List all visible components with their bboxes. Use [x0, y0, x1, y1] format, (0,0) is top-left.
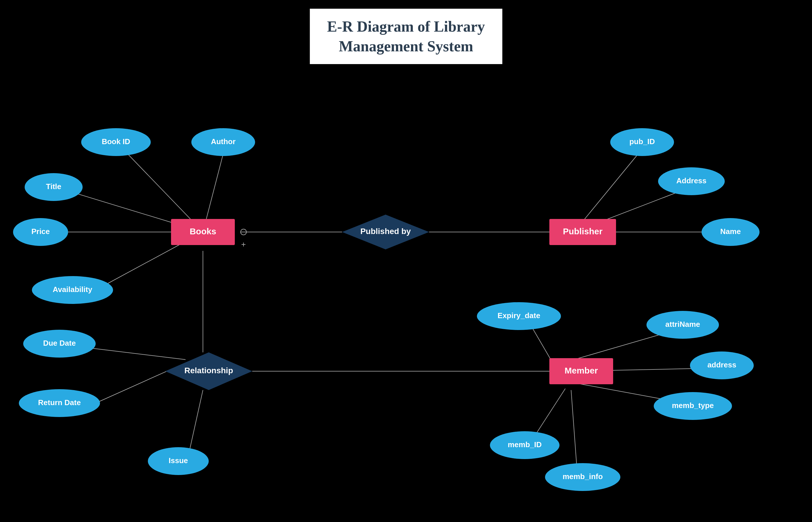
attribute-author-label: Author — [211, 137, 235, 146]
attribute-title-label: Title — [46, 182, 61, 191]
svg-line-16 — [90, 348, 186, 360]
attribute-return-date-label: Return Date — [38, 398, 81, 407]
attribute-pub-id-label: pub_ID — [629, 137, 655, 146]
attribute-availability-label: Availability — [53, 285, 92, 294]
attribute-price-label: Price — [31, 227, 50, 236]
entity-member-label: Member — [564, 366, 598, 375]
relationship-diamond-label: Relationship — [184, 366, 233, 375]
attribute-due-date-label: Due Date — [43, 339, 76, 347]
svg-line-23 — [534, 388, 565, 438]
svg-text:+: + — [241, 240, 246, 249]
attribute-name-label: Name — [721, 227, 741, 236]
attribute-memb-id-label: memb_ID — [507, 440, 542, 449]
relationship-published-by-label: Published by — [360, 227, 411, 236]
attribute-book-id-label: Book ID — [102, 137, 130, 146]
attribute-address-member-label: address — [707, 360, 736, 369]
entity-publisher-label: Publisher — [563, 226, 603, 236]
entity-books-label: Books — [190, 226, 216, 236]
er-diagram: + Books Publisher Member Published by — [0, 0, 812, 522]
attribute-expiry-date-label: Expiry_date — [497, 311, 540, 320]
svg-line-20 — [574, 334, 664, 360]
attribute-memb-info-label: memb_info — [563, 472, 603, 481]
attribute-address-publisher-label: Address — [676, 176, 707, 185]
attribute-attri-name-label: attriName — [665, 320, 700, 328]
attribute-issue-label: Issue — [169, 456, 188, 465]
svg-line-18 — [188, 390, 203, 455]
svg-line-24 — [571, 390, 577, 468]
svg-line-19 — [530, 325, 551, 360]
attribute-memb-type-label: memb_type — [672, 401, 714, 410]
